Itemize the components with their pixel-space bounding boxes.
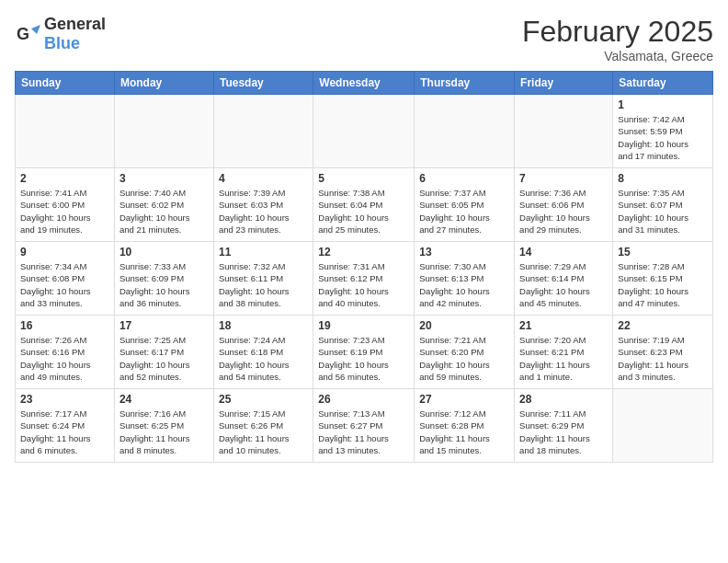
day-number: 24 [119, 393, 209, 406]
day-number: 3 [119, 172, 209, 185]
day-info: Sunrise: 7:11 AM Sunset: 6:29 PM Dayligh… [519, 408, 608, 456]
day-number: 15 [618, 246, 708, 259]
day-info: Sunrise: 7:40 AM Sunset: 6:02 PM Dayligh… [119, 187, 209, 236]
calendar-cell: 26Sunrise: 7:13 AM Sunset: 6:27 PM Dayli… [313, 389, 415, 463]
day-info: Sunrise: 7:39 AM Sunset: 6:03 PM Dayligh… [219, 187, 308, 236]
calendar-cell: 16Sunrise: 7:26 AM Sunset: 6:16 PM Dayli… [16, 316, 115, 389]
day-number: 18 [219, 319, 308, 332]
weekday-header-saturday: Saturday [613, 72, 713, 95]
weekday-header-row: SundayMondayTuesdayWednesdayThursdayFrid… [16, 72, 713, 95]
day-number: 23 [20, 393, 109, 406]
title-block: February 2025 Valsamata, Greece [522, 15, 713, 63]
day-info: Sunrise: 7:41 AM Sunset: 6:00 PM Dayligh… [20, 187, 109, 236]
day-number: 1 [618, 98, 708, 111]
day-number: 16 [20, 319, 109, 332]
calendar-cell: 9Sunrise: 7:34 AM Sunset: 6:08 PM Daylig… [16, 242, 115, 316]
calendar-cell: 18Sunrise: 7:24 AM Sunset: 6:18 PM Dayli… [213, 316, 313, 389]
day-info: Sunrise: 7:21 AM Sunset: 6:20 PM Dayligh… [419, 334, 509, 383]
day-number: 2 [20, 172, 109, 185]
calendar-cell: 14Sunrise: 7:29 AM Sunset: 6:14 PM Dayli… [515, 242, 613, 316]
day-info: Sunrise: 7:38 AM Sunset: 6:04 PM Dayligh… [318, 187, 409, 236]
day-info: Sunrise: 7:20 AM Sunset: 6:21 PM Dayligh… [519, 334, 608, 383]
day-number: 8 [618, 172, 708, 185]
calendar-cell: 1Sunrise: 7:42 AM Sunset: 5:59 PM Daylig… [613, 95, 713, 168]
calendar-cell [515, 95, 613, 168]
day-number: 9 [20, 246, 109, 259]
day-info: Sunrise: 7:31 AM Sunset: 6:12 PM Dayligh… [318, 260, 409, 309]
weekday-header-wednesday: Wednesday [313, 72, 415, 95]
day-number: 26 [318, 393, 409, 406]
calendar-cell: 24Sunrise: 7:16 AM Sunset: 6:25 PM Dayli… [114, 389, 213, 463]
day-number: 19 [318, 319, 409, 332]
day-info: Sunrise: 7:35 AM Sunset: 6:07 PM Dayligh… [618, 187, 708, 236]
calendar-cell: 17Sunrise: 7:25 AM Sunset: 6:17 PM Dayli… [114, 316, 213, 389]
calendar-cell [213, 95, 313, 168]
day-info: Sunrise: 7:16 AM Sunset: 6:25 PM Dayligh… [119, 408, 209, 456]
page-header: G General Blue February 2025 Valsamata, … [15, 15, 713, 63]
day-info: Sunrise: 7:15 AM Sunset: 6:26 PM Dayligh… [219, 408, 308, 456]
logo-general-text: General [44, 15, 106, 33]
day-number: 28 [519, 393, 608, 406]
day-number: 27 [419, 393, 509, 406]
calendar-cell: 5Sunrise: 7:38 AM Sunset: 6:04 PM Daylig… [313, 168, 415, 242]
calendar-cell: 25Sunrise: 7:15 AM Sunset: 6:26 PM Dayli… [213, 389, 313, 463]
day-info: Sunrise: 7:17 AM Sunset: 6:24 PM Dayligh… [20, 408, 109, 456]
calendar-cell: 3Sunrise: 7:40 AM Sunset: 6:02 PM Daylig… [114, 168, 213, 242]
week-row-1: 1Sunrise: 7:42 AM Sunset: 5:59 PM Daylig… [16, 95, 713, 168]
week-row-5: 23Sunrise: 7:17 AM Sunset: 6:24 PM Dayli… [16, 389, 713, 463]
logo-blue-text: Blue [44, 34, 80, 52]
day-number: 22 [618, 319, 708, 332]
calendar-cell: 22Sunrise: 7:19 AM Sunset: 6:23 PM Dayli… [613, 316, 713, 389]
day-info: Sunrise: 7:24 AM Sunset: 6:18 PM Dayligh… [219, 334, 308, 383]
calendar-cell: 7Sunrise: 7:36 AM Sunset: 6:06 PM Daylig… [515, 168, 613, 242]
day-number: 11 [219, 246, 308, 259]
calendar-cell: 2Sunrise: 7:41 AM Sunset: 6:00 PM Daylig… [16, 168, 115, 242]
day-info: Sunrise: 7:36 AM Sunset: 6:06 PM Dayligh… [519, 187, 608, 236]
calendar-cell: 15Sunrise: 7:28 AM Sunset: 6:15 PM Dayli… [613, 242, 713, 316]
calendar-cell: 11Sunrise: 7:32 AM Sunset: 6:11 PM Dayli… [213, 242, 313, 316]
calendar-cell: 8Sunrise: 7:35 AM Sunset: 6:07 PM Daylig… [613, 168, 713, 242]
logo: G General Blue [15, 15, 106, 53]
day-number: 7 [519, 172, 608, 185]
calendar-cell [16, 95, 115, 168]
day-info: Sunrise: 7:42 AM Sunset: 5:59 PM Dayligh… [618, 113, 708, 162]
day-number: 6 [419, 172, 509, 185]
day-info: Sunrise: 7:32 AM Sunset: 6:11 PM Dayligh… [219, 260, 308, 309]
weekday-header-sunday: Sunday [16, 72, 115, 95]
calendar-cell: 23Sunrise: 7:17 AM Sunset: 6:24 PM Dayli… [16, 389, 115, 463]
day-info: Sunrise: 7:37 AM Sunset: 6:05 PM Dayligh… [419, 187, 509, 236]
day-number: 17 [119, 319, 209, 332]
calendar-cell: 4Sunrise: 7:39 AM Sunset: 6:03 PM Daylig… [213, 168, 313, 242]
calendar-cell [613, 389, 713, 463]
day-info: Sunrise: 7:26 AM Sunset: 6:16 PM Dayligh… [20, 334, 109, 383]
calendar-cell: 20Sunrise: 7:21 AM Sunset: 6:20 PM Dayli… [415, 316, 515, 389]
svg-marker-1 [31, 25, 40, 34]
day-number: 5 [318, 172, 409, 185]
calendar-cell: 19Sunrise: 7:23 AM Sunset: 6:19 PM Dayli… [313, 316, 415, 389]
calendar-title: February 2025 [522, 15, 713, 49]
calendar-cell: 21Sunrise: 7:20 AM Sunset: 6:21 PM Dayli… [515, 316, 613, 389]
weekday-header-tuesday: Tuesday [213, 72, 313, 95]
day-info: Sunrise: 7:19 AM Sunset: 6:23 PM Dayligh… [618, 334, 708, 383]
calendar-cell [313, 95, 415, 168]
day-number: 4 [219, 172, 308, 185]
calendar-cell: 27Sunrise: 7:12 AM Sunset: 6:28 PM Dayli… [415, 389, 515, 463]
day-info: Sunrise: 7:33 AM Sunset: 6:09 PM Dayligh… [119, 260, 209, 309]
weekday-header-monday: Monday [114, 72, 213, 95]
svg-text:G: G [17, 25, 29, 43]
day-info: Sunrise: 7:23 AM Sunset: 6:19 PM Dayligh… [318, 334, 409, 383]
day-info: Sunrise: 7:30 AM Sunset: 6:13 PM Dayligh… [419, 260, 509, 309]
week-row-3: 9Sunrise: 7:34 AM Sunset: 6:08 PM Daylig… [16, 242, 713, 316]
day-number: 14 [519, 246, 608, 259]
calendar-cell: 12Sunrise: 7:31 AM Sunset: 6:12 PM Dayli… [313, 242, 415, 316]
weekday-header-friday: Friday [515, 72, 613, 95]
day-info: Sunrise: 7:29 AM Sunset: 6:14 PM Dayligh… [519, 260, 608, 309]
calendar-cell [415, 95, 515, 168]
day-number: 25 [219, 393, 308, 406]
day-number: 13 [419, 246, 509, 259]
day-info: Sunrise: 7:25 AM Sunset: 6:17 PM Dayligh… [119, 334, 209, 383]
calendar-cell: 13Sunrise: 7:30 AM Sunset: 6:13 PM Dayli… [415, 242, 515, 316]
week-row-4: 16Sunrise: 7:26 AM Sunset: 6:16 PM Dayli… [16, 316, 713, 389]
calendar-table: SundayMondayTuesdayWednesdayThursdayFrid… [15, 71, 713, 463]
day-info: Sunrise: 7:12 AM Sunset: 6:28 PM Dayligh… [419, 408, 509, 456]
